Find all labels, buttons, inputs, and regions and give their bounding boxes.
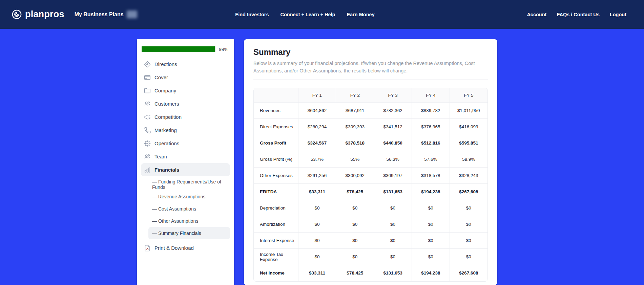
- row-label: EBITDA: [254, 184, 298, 200]
- cell-ebitda-fy2: $78,425: [336, 184, 374, 200]
- nav-right: AccountFAQs / Contact UsLogout: [527, 12, 626, 17]
- sidebar-item-competition[interactable]: Competition: [141, 110, 230, 124]
- sidebar-item-label: Marketing: [154, 127, 177, 133]
- sidebar-item-label: Customers: [154, 101, 179, 107]
- users-icon: [144, 100, 151, 108]
- row-label: Amortization: [254, 216, 298, 233]
- cell-ebitda-fy1: $33,311: [298, 184, 336, 200]
- nav-link-earn-money[interactable]: Earn Money: [347, 12, 374, 17]
- row-label: Other Expenses: [254, 168, 298, 184]
- col-header-fy-1: FY 1: [298, 88, 336, 103]
- page-description: Below is a summary of your financial pro…: [253, 60, 488, 75]
- sidebar-item-directions[interactable]: Directions: [141, 58, 230, 71]
- col-header-fy-3: FY 3: [374, 88, 412, 103]
- sidebar-item-label: Financials: [154, 167, 179, 173]
- card-icon: [144, 74, 151, 81]
- nav-center: Find InvestorsConnect + Learn + HelpEarn…: [235, 0, 374, 29]
- cell-gross-profit-fy5: $595,851: [450, 135, 487, 151]
- cell-revenues-fy5: $1,011,950: [450, 103, 487, 119]
- cell-amortization-fy5: $0: [450, 216, 487, 233]
- sidebar-item-label: Operations: [154, 140, 179, 146]
- sidebar-subitem-other-assumptions[interactable]: — Other Assumptions: [148, 215, 230, 227]
- gear-check-icon: [144, 140, 151, 147]
- cell-net-income-fy2: $78,425: [336, 265, 374, 281]
- cell-gross-profit-fy4: $512,816: [412, 135, 450, 151]
- sidebar-item-print-download[interactable]: Print & Download: [141, 241, 230, 255]
- cell-other-expenses-fy4: $318,578: [412, 168, 450, 184]
- cell-interest-expense-fy4: $0: [412, 233, 450, 249]
- table-row-revenues: Revenues$604,862$687,911$782,362$889,782…: [254, 103, 487, 119]
- cell-amortization-fy4: $0: [412, 216, 450, 233]
- cell-other-expenses-fy5: $328,243: [450, 168, 487, 184]
- cell-income-tax-expense-fy5: $0: [450, 249, 487, 265]
- cell-amortization-fy1: $0: [298, 216, 336, 233]
- cell-gross-profit-fy2: 55%: [336, 151, 374, 168]
- table-row-depreciation: Depreciation$0$0$0$0$0: [254, 200, 487, 216]
- summary-card: Summary Below is a summary of your finan…: [244, 39, 497, 285]
- row-label: Net Income: [254, 265, 298, 281]
- blurred-plan-badge: [127, 10, 137, 18]
- progress-percent-label: 99%: [219, 47, 228, 52]
- cell-depreciation-fy2: $0: [336, 200, 374, 216]
- sidebar-subitem-funding-requirements-use-of-funds[interactable]: — Funding Requirements/Use of Funds: [148, 178, 230, 191]
- sidebar-footer-list: Print & Download: [141, 241, 230, 255]
- cell-gross-profit-fy1: 53.7%: [298, 151, 336, 168]
- sidebar-item-company[interactable]: Company: [141, 84, 230, 97]
- cell-other-expenses-fy3: $309,197: [374, 168, 412, 184]
- sidebar-item-label: Cover: [154, 74, 168, 80]
- sidebar-item-financials[interactable]: Financials: [141, 163, 230, 176]
- table-body: Revenues$604,862$687,911$782,362$889,782…: [254, 103, 487, 281]
- nav-link-faqs-contact-us[interactable]: FAQs / Contact Us: [557, 12, 600, 17]
- brand-logo[interactable]: planpros: [12, 9, 64, 20]
- table-row-ebitda: EBITDA$33,311$78,425$131,653$194,238$267…: [254, 184, 487, 200]
- sidebar: 99% DirectionsCoverCompanyCustomersCompe…: [137, 39, 234, 285]
- planpros-swirl-icon: [12, 9, 22, 20]
- row-label: Income Tax Expense: [254, 249, 298, 265]
- cell-ebitda-fy5: $267,608: [450, 184, 487, 200]
- table-header-row: FY 1FY 2FY 3FY 4FY 5: [254, 88, 487, 103]
- sidebar-item-operations[interactable]: Operations: [141, 137, 230, 150]
- row-label: Revenues: [254, 103, 298, 119]
- row-label: Gross Profit: [254, 135, 298, 151]
- nav-link-connect-learn-help[interactable]: Connect + Learn + Help: [280, 12, 335, 17]
- sidebar-subitem-summary-financials[interactable]: — Summary Financials: [148, 227, 230, 239]
- cell-income-tax-expense-fy4: $0: [412, 249, 450, 265]
- cell-gross-profit-fy4: 57.6%: [412, 151, 450, 168]
- col-header-fy-2: FY 2: [336, 88, 374, 103]
- sidebar-subitem-revenue-assumptions[interactable]: — Revenue Assumptions: [148, 191, 230, 203]
- cell-net-income-fy5: $267,608: [450, 265, 487, 281]
- nav-link-logout[interactable]: Logout: [610, 12, 626, 17]
- phone-icon: [144, 127, 151, 134]
- cell-amortization-fy2: $0: [336, 216, 374, 233]
- directions-icon: [144, 61, 151, 68]
- sidebar-item-customers[interactable]: Customers: [141, 97, 230, 110]
- sidebar-item-cover[interactable]: Cover: [141, 71, 230, 84]
- section-divider: [253, 80, 488, 80]
- cell-income-tax-expense-fy2: $0: [336, 249, 374, 265]
- sidebar-item-marketing[interactable]: Marketing: [141, 124, 230, 137]
- cell-income-tax-expense-fy3: $0: [374, 249, 412, 265]
- sidebar-item-label: Competition: [154, 114, 182, 120]
- table-row-direct-expenses: Direct Expenses$280,294$309,393$341,512$…: [254, 119, 487, 135]
- sidebar-item-team[interactable]: Team: [141, 150, 230, 163]
- nav-link-find-investors[interactable]: Find Investors: [235, 12, 269, 17]
- table-row-interest-expense: Interest Expense$0$0$0$0$0: [254, 233, 487, 249]
- cell-interest-expense-fy5: $0: [450, 233, 487, 249]
- nav-link-account[interactable]: Account: [527, 12, 546, 17]
- cell-interest-expense-fy2: $0: [336, 233, 374, 249]
- sidebar-item-label: Company: [154, 88, 176, 93]
- brand-name: planpros: [25, 9, 64, 20]
- row-label: Interest Expense: [254, 233, 298, 249]
- table-row-other-expenses: Other Expenses$291,256$300,092$309,197$3…: [254, 168, 487, 184]
- row-label: Depreciation: [254, 200, 298, 216]
- progress-track: [142, 46, 215, 52]
- cell-revenues-fy4: $889,782: [412, 103, 450, 119]
- megaphone-icon: [144, 113, 151, 121]
- col-header-fy-5: FY 5: [450, 88, 487, 103]
- cell-amortization-fy3: $0: [374, 216, 412, 233]
- my-business-plans-link[interactable]: My Business Plans: [75, 12, 124, 18]
- cell-direct-expenses-fy4: $376,965: [412, 119, 450, 135]
- financial-summary-table-wrap: FY 1FY 2FY 3FY 4FY 5 Revenues$604,862$68…: [253, 88, 488, 282]
- sidebar-subitem-cost-assumptions[interactable]: — Cost Assumptions: [148, 203, 230, 215]
- table-row-gross-profit: Gross Profit$324,567$378,518$440,850$512…: [254, 135, 487, 151]
